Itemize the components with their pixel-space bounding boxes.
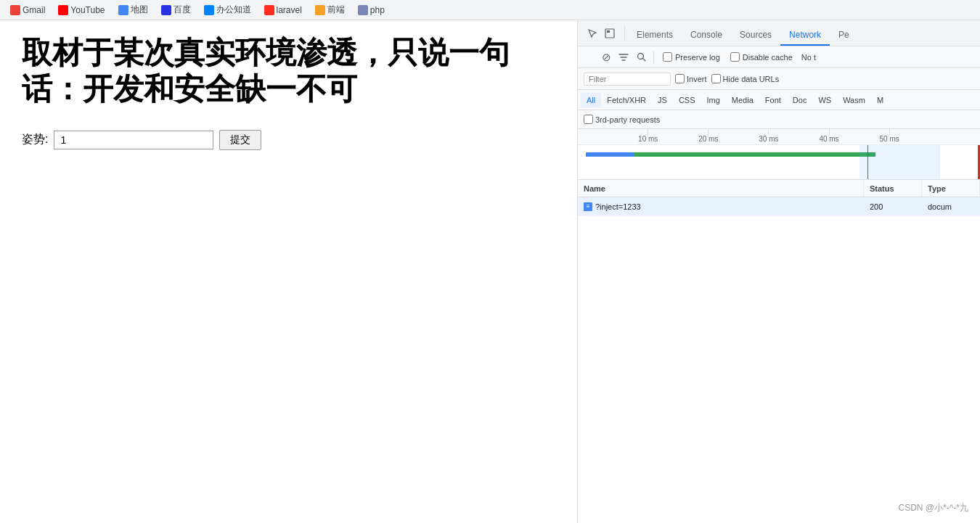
res-tab-css[interactable]: CSS <box>673 93 701 107</box>
inject-input[interactable] <box>54 131 213 149</box>
zhihu-icon <box>204 5 214 15</box>
bookmark-gmail[interactable]: Gmail <box>6 4 49 17</box>
tab-network[interactable]: Network <box>780 25 830 46</box>
bookmarks-bar: Gmail YouTube 地图 百度 办公知道 laravel 前端 php <box>0 0 980 20</box>
ruler-tick <box>829 129 830 135</box>
preserve-log-checkbox[interactable] <box>663 52 672 62</box>
table-header: Name Status Type <box>578 180 980 197</box>
th-type[interactable]: Type <box>922 180 980 197</box>
form-label: 姿势: <box>22 132 48 147</box>
ruler-tick <box>648 129 648 135</box>
main-area: 取材于某次真实环境渗透，只说一句话：开发和安全缺一不可 姿势: 提交 <box>0 20 980 523</box>
tab-performance[interactable]: Pe <box>830 25 858 46</box>
bookmark-laravel-label: laravel <box>277 5 302 15</box>
svg-rect-0 <box>605 29 614 38</box>
record-button[interactable] <box>581 49 597 65</box>
ruler-mark-50ms: 50 ms <box>880 129 899 143</box>
tab-console[interactable]: Console <box>682 25 731 46</box>
disable-cache-label: Disable cache <box>743 53 793 62</box>
invert-group: Invert <box>675 74 707 83</box>
timeline-cursor <box>867 145 868 180</box>
res-tab-font[interactable]: Font <box>759 93 787 107</box>
ruler-mark-30ms: 30 ms <box>759 129 778 143</box>
bookmark-php[interactable]: php <box>354 4 389 17</box>
bookmark-zhihu[interactable]: 办公知道 <box>200 2 256 17</box>
bookmark-baidu-label: 百度 <box>173 4 191 16</box>
submit-button[interactable]: 提交 <box>219 130 261 150</box>
ruler-mark-10ms: 10 ms <box>638 129 658 143</box>
resource-tabs: All Fetch/XHR JS CSS Img Media Font Doc <box>578 90 980 110</box>
ruler-mark-40ms: 40 ms <box>819 129 838 143</box>
timeline-highlight <box>859 145 940 180</box>
disable-cache-checkbox[interactable] <box>730 52 740 62</box>
no-throttle-label: No t <box>799 53 819 62</box>
clear-button[interactable]: ⊘ <box>598 49 614 65</box>
timeline-blue-bar <box>586 152 634 157</box>
tab-sources[interactable]: Sources <box>731 25 780 46</box>
third-party-group: 3rd-party requests <box>584 115 660 124</box>
res-tab-img[interactable]: Img <box>701 93 726 107</box>
third-party-checkbox[interactable] <box>584 115 593 124</box>
td-name: ≡ ?inject=1233 <box>578 202 864 211</box>
baidu-icon <box>161 5 171 15</box>
maps-icon <box>118 5 128 15</box>
svg-rect-1 <box>607 30 610 33</box>
watermark: CSDN @小*-^-*九 <box>572 499 974 517</box>
cursor-icon[interactable] <box>585 26 600 41</box>
filter-button[interactable] <box>616 49 632 65</box>
third-party-bar: 3rd-party requests <box>578 110 980 129</box>
inspect-icon[interactable] <box>603 26 617 41</box>
bookmark-frontend-label: 前端 <box>327 4 345 16</box>
bookmark-youtube-label: YouTube <box>70 5 105 15</box>
bookmark-gmail-label: Gmail <box>23 5 45 15</box>
bookmark-baidu[interactable]: 百度 <box>157 2 195 17</box>
ruler-label-30ms: 30 ms <box>759 135 778 143</box>
table-row[interactable]: ≡ ?inject=1233 200 docum <box>578 197 980 216</box>
res-tab-doc[interactable]: Doc <box>787 93 813 107</box>
td-type: docum <box>922 202 980 211</box>
hide-data-urls-label: Hide data URLs <box>723 75 780 83</box>
disable-cache-group: Disable cache <box>726 52 797 62</box>
youtube-icon <box>58 5 68 15</box>
search-button[interactable] <box>633 49 649 65</box>
ruler-tick <box>768 129 769 135</box>
timeline-ruler: 10 ms 20 ms 30 ms 40 ms 50 ms <box>578 129 980 145</box>
tab-elements[interactable]: Elements <box>628 25 682 46</box>
hide-data-urls-group: Hide data URLs <box>711 74 780 83</box>
filter-input[interactable] <box>584 73 671 86</box>
hide-data-urls-checkbox[interactable] <box>711 74 721 83</box>
timeline-area: 10 ms 20 ms 30 ms 40 ms 50 ms <box>578 129 980 180</box>
form-area: 姿势: 提交 <box>22 130 555 150</box>
ruler-label-40ms: 40 ms <box>819 135 838 143</box>
bookmark-laravel[interactable]: laravel <box>260 4 306 17</box>
network-table: Name Status Type ≡ ?inject=1233 200 <box>578 180 980 505</box>
ruler-label-50ms: 50 ms <box>880 135 899 143</box>
res-tab-m[interactable]: M <box>871 93 889 107</box>
row-doc-icon: ≡ <box>584 202 592 211</box>
bookmark-zhihu-label: 办公知道 <box>216 4 251 16</box>
timeline-bars <box>578 145 980 180</box>
res-tab-ws[interactable]: WS <box>812 93 837 107</box>
th-status[interactable]: Status <box>864 180 922 197</box>
gmail-icon <box>10 5 20 15</box>
devtools-toolbar: ⊘ Preserve log Disable cache <box>578 46 980 68</box>
bookmark-maps-label: 地图 <box>131 4 148 16</box>
ruler-label-20ms: 20 ms <box>698 135 718 143</box>
res-tab-fetch[interactable]: Fetch/XHR <box>601 93 652 107</box>
bookmark-youtube[interactable]: YouTube <box>54 4 109 17</box>
page-content: 取材于某次真实环境渗透，只说一句话：开发和安全缺一不可 姿势: 提交 <box>0 20 577 523</box>
page-title: 取材于某次真实环境渗透，只说一句话：开发和安全缺一不可 <box>22 35 555 108</box>
invert-label: Invert <box>687 75 707 83</box>
res-tab-wasm[interactable]: Wasm <box>837 93 871 107</box>
res-tab-js[interactable]: JS <box>652 93 673 107</box>
ruler-tick <box>889 129 890 135</box>
th-name[interactable]: Name <box>578 180 864 197</box>
bookmark-frontend[interactable]: 前端 <box>311 2 349 17</box>
frontend-icon <box>315 5 325 15</box>
third-party-label: 3rd-party requests <box>595 115 660 124</box>
bookmark-maps[interactable]: 地图 <box>114 2 152 17</box>
bookmark-php-label: php <box>370 5 385 15</box>
res-tab-media[interactable]: Media <box>726 93 759 107</box>
invert-checkbox[interactable] <box>675 74 685 83</box>
res-tab-all[interactable]: All <box>581 93 601 107</box>
